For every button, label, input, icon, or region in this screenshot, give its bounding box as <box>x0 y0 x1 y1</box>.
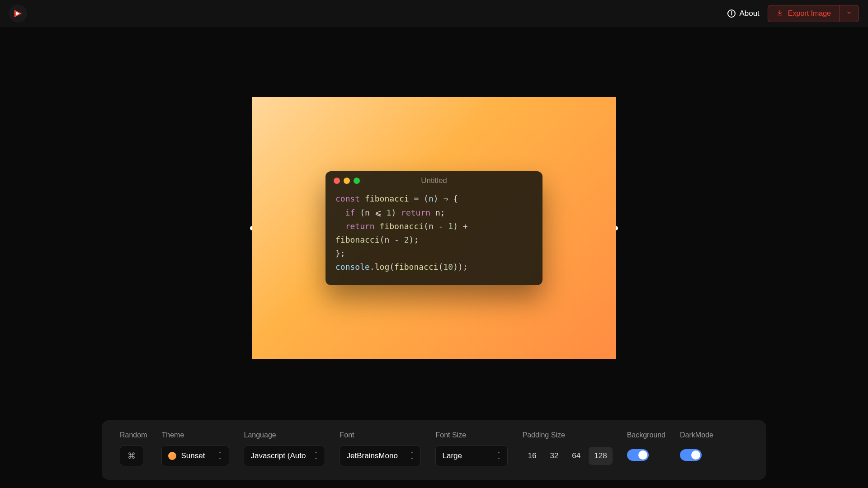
font-label: Font <box>340 431 421 439</box>
header-actions: i About Export Image <box>727 5 859 22</box>
darkmode-toggle-group: DarkMode <box>680 431 713 461</box>
command-icon: ⌘ <box>127 451 136 461</box>
fontsize-select[interactable]: Large <box>435 446 508 466</box>
app-header: i About Export Image <box>0 0 868 27</box>
frame-background[interactable]: Untitled const fibonacci = (n) ⇒ { if (n… <box>252 97 616 359</box>
background-toggle-group: Background <box>627 431 665 461</box>
bottom-toolbar: Random ⌘ Theme Sunset Language Javascrip… <box>102 420 766 480</box>
window-title[interactable]: Untitled <box>421 176 447 185</box>
random-label: Random <box>120 431 147 439</box>
fontsize-control: Font Size Large <box>435 431 508 466</box>
darkmode-label: DarkMode <box>680 431 713 439</box>
about-link[interactable]: i About <box>727 9 759 18</box>
select-chevron-icon <box>496 453 501 459</box>
padding-option-128[interactable]: 128 <box>589 447 612 465</box>
code-window: Untitled const fibonacci = (n) ⇒ { if (n… <box>326 171 542 285</box>
theme-control: Theme Sunset <box>161 431 229 466</box>
background-toggle[interactable] <box>627 449 649 461</box>
export-dropdown-button[interactable] <box>839 5 859 22</box>
background-label: Background <box>627 431 665 439</box>
app-logo[interactable] <box>9 5 27 23</box>
language-control: Language Javascript (Auto <box>244 431 325 466</box>
window-titlebar: Untitled <box>326 171 542 188</box>
theme-swatch-icon <box>168 452 176 460</box>
theme-label: Theme <box>161 431 229 439</box>
padding-label: Padding Size <box>522 431 612 439</box>
canvas-area: Untitled const fibonacci = (n) ⇒ { if (n… <box>0 27 868 429</box>
info-icon: i <box>727 9 736 18</box>
code-editor[interactable]: const fibonacci = (n) ⇒ { if (n ⩽ 1) ret… <box>326 188 542 285</box>
padding-option-64[interactable]: 64 <box>566 447 586 465</box>
padding-control: Padding Size 163264128 <box>522 431 612 466</box>
padding-option-16[interactable]: 16 <box>522 447 542 465</box>
random-control: Random ⌘ <box>120 431 147 466</box>
font-value: JetBrainsMono <box>346 451 397 460</box>
logo-icon <box>13 9 23 19</box>
traffic-light-red <box>334 178 340 184</box>
font-select[interactable]: JetBrainsMono <box>340 446 421 466</box>
traffic-lights <box>334 178 360 184</box>
theme-value: Sunset <box>181 451 205 460</box>
fontsize-label: Font Size <box>435 431 508 439</box>
random-button[interactable]: ⌘ <box>120 446 143 466</box>
frame-wrapper: Untitled const fibonacci = (n) ⇒ { if (n… <box>252 97 616 359</box>
export-label: Export Image <box>788 9 831 18</box>
font-control: Font JetBrainsMono <box>340 431 421 466</box>
traffic-light-green <box>354 178 360 184</box>
padding-option-32[interactable]: 32 <box>544 447 564 465</box>
language-value: Javascript (Auto <box>250 451 306 460</box>
theme-select[interactable]: Sunset <box>161 446 229 466</box>
traffic-light-yellow <box>344 178 350 184</box>
export-group: Export Image <box>768 5 859 22</box>
export-image-button[interactable]: Export Image <box>768 5 839 22</box>
language-label: Language <box>244 431 325 439</box>
download-icon <box>776 9 783 18</box>
select-chevron-icon <box>314 453 318 459</box>
language-select[interactable]: Javascript (Auto <box>244 446 325 466</box>
about-label: About <box>739 9 759 18</box>
select-chevron-icon <box>218 453 222 459</box>
select-chevron-icon <box>410 453 414 459</box>
chevron-down-icon <box>846 9 852 18</box>
darkmode-toggle[interactable] <box>680 449 702 461</box>
padding-segmented: 163264128 <box>522 446 612 466</box>
fontsize-value: Large <box>442 451 462 460</box>
